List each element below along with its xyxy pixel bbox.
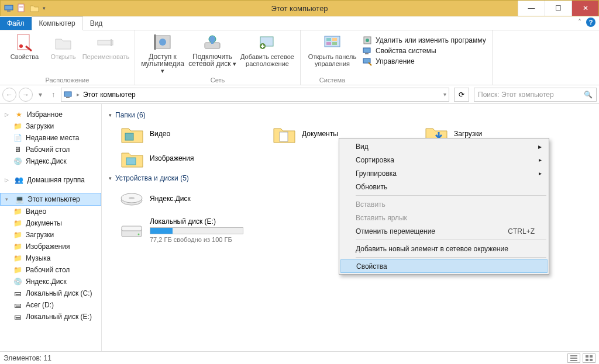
submenu-arrow-icon: ▸ <box>539 157 542 163</box>
ctx-refresh[interactable]: Обновить <box>340 180 548 193</box>
nav-item-music[interactable]: 📁Музыка <box>0 252 101 264</box>
nav-item-desktop2[interactable]: 📁Рабочий стол <box>0 264 101 276</box>
body: ▷★Избранное 📁Загрузки 📄Недавние места 🖥Р… <box>0 104 599 351</box>
chevron-right-icon[interactable]: ▸ <box>77 91 80 98</box>
ctx-paste-shortcut: Вставить ярлык <box>340 211 548 224</box>
manage-button[interactable]: Управление <box>363 57 486 66</box>
recent-locations-button[interactable]: ▾ <box>35 88 46 102</box>
uninstall-program-button[interactable]: Удалить или изменить программу <box>363 36 486 45</box>
search-input[interactable]: Поиск: Этот компьютер 🔍 <box>474 88 597 102</box>
svg-rect-21 <box>332 42 337 45</box>
maximize-button[interactable]: ☐ <box>545 1 572 16</box>
yandex-disk-icon: 💿 <box>13 157 22 166</box>
computer-icon <box>64 90 73 99</box>
properties-button[interactable]: Свойства <box>4 32 46 60</box>
refresh-button[interactable]: ⟳ <box>454 88 469 102</box>
navigation-bar: ← → ▾ ↑ ▸ Этот компьютер ▾ ⟳ Поиск: Этот… <box>0 85 599 104</box>
folder-icon: 📁 <box>13 219 22 228</box>
content-area[interactable]: ▾Папки (6) Видео Документы Загрузки Изоб… <box>102 104 599 351</box>
status-bar: Элементов: 11 <box>0 351 599 364</box>
nav-item-documents[interactable]: 📁Документы <box>0 217 101 229</box>
breadcrumb[interactable]: Этот компьютер <box>83 91 136 99</box>
ribbon-collapse-icon[interactable]: ˄ <box>578 18 581 26</box>
ctx-undo-move[interactable]: Отменить перемещениеCTRL+Z <box>340 224 548 238</box>
media-access-button[interactable]: Доступ к мультимедиа ▾ <box>139 32 187 74</box>
folder-icon: 📁 <box>13 207 22 216</box>
forward-button[interactable]: → <box>19 88 33 102</box>
help-icon[interactable]: ? <box>586 18 595 27</box>
nav-item-downloads2[interactable]: 📁Загрузки <box>0 229 101 241</box>
tab-file[interactable]: Файл <box>0 17 32 30</box>
svg-rect-17 <box>325 36 340 47</box>
search-icon: 🔍 <box>584 91 593 99</box>
ctx-view[interactable]: Вид▸ <box>340 140 548 153</box>
svg-point-10 <box>159 39 166 46</box>
submenu-arrow-icon: ▸ <box>539 170 542 176</box>
tiles-view-button[interactable] <box>583 353 595 363</box>
svg-rect-38 <box>570 355 577 356</box>
svg-rect-18 <box>326 38 331 41</box>
nav-item-downloads[interactable]: 📁Загрузки <box>0 120 101 132</box>
nav-item-yandex2[interactable]: 💿Яндекс.Диск <box>0 276 101 287</box>
new-folder-qat-icon[interactable] <box>30 4 39 13</box>
drive-icon: 🖴 <box>13 300 22 310</box>
collapse-icon[interactable]: ▾ <box>109 175 112 181</box>
system-properties-button[interactable]: Свойства системы <box>363 46 486 56</box>
ribbon-group-network: Доступ к мультимедиа ▾ Подключить сетево… <box>135 30 301 85</box>
ctx-group[interactable]: Группировка▸ <box>340 167 548 180</box>
details-view-button[interactable] <box>567 353 580 363</box>
svg-rect-31 <box>126 158 136 165</box>
tab-computer[interactable]: Компьютер <box>32 16 83 30</box>
ctx-paste: Вставить <box>340 197 548 211</box>
minimize-button[interactable]: — <box>518 1 545 16</box>
search-placeholder: Поиск: Этот компьютер <box>478 91 554 99</box>
nav-item-desktop[interactable]: 🖥Рабочий стол <box>0 144 101 155</box>
qat-dropdown-icon[interactable]: ▾ <box>43 5 46 11</box>
drive-yandex[interactable]: Яндекс.Диск <box>119 186 266 212</box>
drive-e[interactable]: Локальный диск (E:) 77,2 ГБ свободно из … <box>119 217 266 243</box>
ctx-add-network-element[interactable]: Добавить новый элемент в сетевое окружен… <box>340 242 548 255</box>
nav-item-recent[interactable]: 📄Недавние места <box>0 132 101 144</box>
svg-point-37 <box>138 234 140 235</box>
nav-homegroup[interactable]: ▷👥Домашняя группа <box>0 174 101 186</box>
close-button[interactable]: ✕ <box>572 1 598 16</box>
add-network-location-button[interactable]: Добавить сетевое расположение <box>238 32 297 74</box>
properties-qat-icon[interactable] <box>17 4 26 13</box>
ctx-sort[interactable]: Сортировка▸ <box>340 153 548 167</box>
address-bar[interactable]: ▸ Этот компьютер ▾ <box>61 88 449 102</box>
back-button[interactable]: ← <box>2 88 16 102</box>
tab-view[interactable]: Вид <box>83 17 110 30</box>
open-control-panel-button[interactable]: Открыть панель управления <box>304 32 360 67</box>
svg-rect-4 <box>19 8 23 8</box>
folder-pictures[interactable]: Изображения <box>119 147 266 169</box>
nav-favorites[interactable]: ▷★Избранное <box>0 109 101 120</box>
address-dropdown-icon[interactable]: ▾ <box>443 91 446 98</box>
ctx-properties[interactable]: Свойства <box>340 259 548 273</box>
folder-icon: 📁 <box>13 122 22 131</box>
map-drive-button[interactable]: Подключить сетевой диск ▾ <box>188 32 237 74</box>
nav-item-drive-d[interactable]: 🖴Acer (D:) <box>0 299 101 311</box>
ctx-separator <box>356 257 546 258</box>
nav-this-pc[interactable]: ▾💻Этот компьютер <box>0 193 101 206</box>
nav-item-yandex[interactable]: 💿Яндекс.Диск <box>0 155 101 167</box>
nav-item-drive-e[interactable]: 🖴Локальный диск (E:) <box>0 311 101 323</box>
folder-icon: 📁 <box>13 242 22 251</box>
computer-icon: 💻 <box>15 195 24 204</box>
context-menu: Вид▸ Сортировка▸ Группировка▸ Обновить В… <box>339 138 549 275</box>
recent-icon: 📄 <box>13 133 22 143</box>
titlebar: ▾ Этот компьютер — ☐ ✕ <box>0 0 599 16</box>
nav-item-video[interactable]: 📁Видео <box>0 206 101 217</box>
ribbon-group-location: Свойства Открыть Переименовать Расположе… <box>0 30 135 85</box>
svg-point-23 <box>366 39 369 42</box>
ctx-separator <box>356 240 546 240</box>
nav-item-drive-c[interactable]: 🖴Локальный диск (C:) <box>0 287 101 299</box>
up-button[interactable]: ↑ <box>48 88 58 102</box>
svg-rect-25 <box>365 53 369 54</box>
svg-rect-1 <box>7 11 11 12</box>
folder-video[interactable]: Видео <box>119 123 266 145</box>
collapse-icon[interactable]: ▾ <box>109 112 112 118</box>
svg-rect-27 <box>64 92 71 96</box>
folders-group-header[interactable]: ▾Папки (6) <box>109 111 592 119</box>
svg-rect-42 <box>590 355 593 358</box>
nav-item-pictures[interactable]: 📁Изображения <box>0 241 101 252</box>
